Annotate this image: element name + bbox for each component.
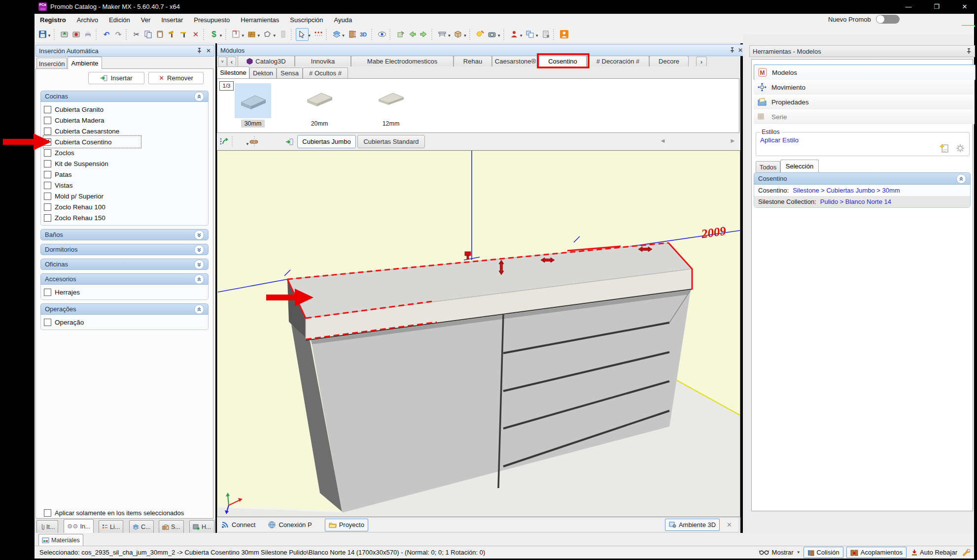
mostrar-caret[interactable]: ▼ <box>797 550 801 555</box>
catalog-scroll-left[interactable]: ‹ <box>227 57 236 66</box>
tab-listado[interactable]: Li... <box>99 520 123 533</box>
report-sheet-icon[interactable] <box>540 29 552 40</box>
nuevo-promob-toggle[interactable] <box>876 15 900 24</box>
remove-top-button[interactable]: ✕Remover <box>148 72 204 84</box>
menu-registro[interactable]: Registro <box>35 15 71 25</box>
paste-icon[interactable] <box>154 29 166 40</box>
checkbox[interactable] <box>44 106 51 113</box>
catalog-tab-decoracion[interactable]: # Decoración # <box>587 56 649 66</box>
aplicar-estilo-link[interactable]: Aplicar Estilo <box>760 136 799 144</box>
menu-ayuda[interactable]: Ayuda <box>329 15 358 25</box>
menu-herramientas[interactable]: Herramientas <box>235 15 284 25</box>
cube-icon[interactable] <box>452 29 464 40</box>
menu-presupuesto[interactable]: Presupuesto <box>188 15 235 25</box>
close-view-icon[interactable]: ✕ <box>727 521 732 528</box>
brand-tab-sensa[interactable]: Sensa <box>277 67 303 78</box>
style-row-cosentino[interactable]: Cosentino: Silestone > Cubiertas Jumbo >… <box>754 185 970 196</box>
auto-rebajar-button[interactable]: Auto Rebajar <box>909 549 959 556</box>
list-item[interactable]: Zoclos <box>44 147 208 158</box>
tab-ambiente[interactable]: Ambiente <box>68 57 102 69</box>
proyecto-tab[interactable]: Proyecto <box>325 519 368 531</box>
list-item[interactable]: Patas <box>44 169 208 180</box>
cosentino-group-header[interactable]: Cosentino <box>754 172 971 185</box>
expand-icon[interactable] <box>194 245 204 255</box>
style-row-silestone-collection[interactable]: Silestone Collection: Pulido > Blanco No… <box>754 196 970 207</box>
catalog-scroll-right[interactable]: › <box>696 57 707 66</box>
menu-insertar[interactable]: Insertar <box>156 15 188 25</box>
panel-close-icon[interactable]: ✕ <box>206 48 211 54</box>
wall-icon[interactable] <box>246 29 258 40</box>
thumbnail-30mm-selected[interactable] <box>235 83 271 118</box>
undo-icon[interactable]: ↶ <box>101 29 112 40</box>
tool-hammer-icon[interactable] <box>166 29 178 40</box>
apply-only-selected-row[interactable]: Aplicar solamente en los items seleccion… <box>44 507 184 518</box>
walk-forward-icon[interactable] <box>418 29 430 40</box>
style-row-value-link[interactable]: Silestone > Cubiertas Jumbo > 30mm <box>793 187 900 194</box>
materiales-tab[interactable]: Materiales <box>38 534 83 546</box>
profile-icon[interactable] <box>558 29 570 40</box>
tab-insercion-automatica[interactable]: ⚙⚙In... <box>64 519 94 533</box>
expand-icon[interactable] <box>194 260 204 269</box>
list-item[interactable]: Kit de Suspensión <box>44 158 208 169</box>
list-item[interactable]: Zoclo Rehau 150 <box>44 212 208 223</box>
checkbox[interactable] <box>44 193 51 200</box>
tool-trowel-icon[interactable] <box>178 29 190 40</box>
brand-tab-dekton[interactable]: Dekton <box>249 67 277 78</box>
checkbox[interactable] <box>44 319 51 326</box>
copy-icon[interactable] <box>142 29 154 40</box>
cut-icon[interactable]: ✂ <box>131 29 142 40</box>
group-accesorios-header[interactable]: Accesorios <box>40 273 209 285</box>
checkbox[interactable] <box>44 182 51 189</box>
checkbox[interactable] <box>44 289 51 296</box>
list-item[interactable]: Cubierta Madera <box>44 115 208 126</box>
group-dormitorios-header[interactable]: Dormitorios <box>40 244 209 255</box>
insert-module-icon[interactable] <box>218 135 230 147</box>
group-operacoes-header[interactable]: Operações <box>40 303 209 315</box>
minimize-button[interactable]: — <box>897 0 920 14</box>
list-item[interactable]: Mold p/ Superior <box>44 191 208 201</box>
publish-icon[interactable] <box>59 29 70 40</box>
door-height-icon[interactable] <box>346 29 358 40</box>
connect-tab[interactable]: Connect <box>221 521 255 528</box>
viewport-3d[interactable]: 2009 <box>217 150 740 517</box>
expand-icon[interactable] <box>194 230 204 240</box>
styles-tab-seleccion[interactable]: Selección <box>780 160 819 172</box>
menu-suscripcion[interactable]: Suscripción <box>284 15 328 25</box>
nav-movimiento[interactable]: Movimiento <box>754 80 975 95</box>
collapse-icon[interactable] <box>194 274 204 284</box>
checkbox[interactable] <box>44 203 51 211</box>
category-tab-cubiertas-jumbo[interactable]: Cubiertas Jumbo <box>297 135 356 148</box>
brand-tab-silestone[interactable]: Silestone <box>217 66 249 78</box>
pin-icon[interactable] <box>197 48 202 54</box>
brand-tab-ocultos[interactable]: # Ocultos # <box>303 67 348 78</box>
thumbnail-20mm[interactable] <box>304 86 335 111</box>
catalog-tab-mabe[interactable]: Mabe Electrodomesticos <box>351 56 454 66</box>
panel-close-icon[interactable]: ✕ <box>738 47 743 53</box>
group-oficinas-header[interactable]: Oficinas <box>40 259 209 270</box>
checkbox[interactable] <box>44 149 51 157</box>
catalog-tab-decore[interactable]: Decore <box>649 56 689 66</box>
scroll-left-arrow[interactable]: ◄ <box>660 137 666 144</box>
catalog-tab-caesarstone[interactable]: Caesarstone® <box>492 56 539 66</box>
select-cursor-icon[interactable] <box>296 28 309 41</box>
menu-archivo[interactable]: Archivo <box>71 15 104 25</box>
insert-top-button[interactable]: Insertar <box>88 72 144 84</box>
catalog-tab-catalog3d[interactable]: Catalog3D <box>238 56 295 66</box>
walk-back-icon[interactable] <box>406 29 418 40</box>
budget-icon[interactable]: $ <box>208 29 220 40</box>
ambiente-3d-button[interactable]: Ambiente 3D <box>665 519 720 531</box>
checkbox[interactable] <box>44 214 51 222</box>
collapse-icon[interactable] <box>194 304 204 314</box>
print-red-icon[interactable] <box>70 29 82 40</box>
tab-capas[interactable]: C... <box>129 520 154 533</box>
save-icon[interactable] <box>36 29 48 40</box>
catalog-tab-innovika[interactable]: Innovika <box>295 56 351 66</box>
print-icon[interactable] <box>82 29 94 40</box>
camera-icon[interactable] <box>486 29 498 40</box>
layout-windows-icon[interactable] <box>524 29 536 40</box>
list-item[interactable]: Vistas <box>44 180 208 191</box>
group-banos-header[interactable]: Baños <box>40 229 209 240</box>
checkbox[interactable] <box>44 160 51 167</box>
category-tab-cubiertas-standard[interactable]: Cubiertas Standard <box>357 135 425 148</box>
checkbox[interactable] <box>44 117 51 124</box>
